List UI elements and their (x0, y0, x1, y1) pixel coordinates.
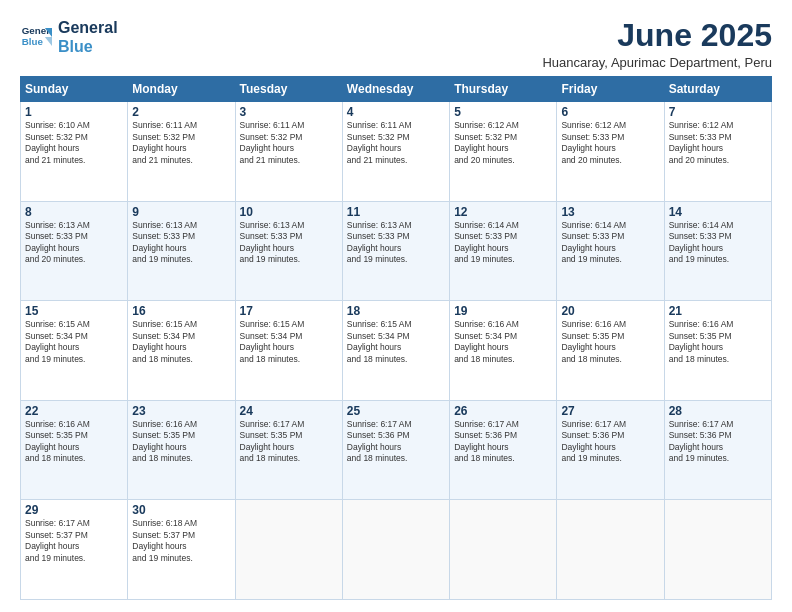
day-number: 7 (669, 105, 767, 119)
calendar-body: 1 Sunrise: 6:10 AMSunset: 5:32 PMDayligh… (21, 102, 772, 600)
logo-text: General Blue (58, 18, 118, 56)
calendar-cell: 21 Sunrise: 6:16 AMSunset: 5:35 PMDaylig… (664, 301, 771, 401)
day-info: Sunrise: 6:10 AMSunset: 5:32 PMDaylight … (25, 120, 123, 166)
day-number: 23 (132, 404, 230, 418)
day-number: 27 (561, 404, 659, 418)
day-info: Sunrise: 6:16 AMSunset: 5:34 PMDaylight … (454, 319, 552, 365)
day-info: Sunrise: 6:11 AMSunset: 5:32 PMDaylight … (347, 120, 445, 166)
week-row-4: 22 Sunrise: 6:16 AMSunset: 5:35 PMDaylig… (21, 400, 772, 500)
calendar-cell: 6 Sunrise: 6:12 AMSunset: 5:33 PMDayligh… (557, 102, 664, 202)
week-row-1: 1 Sunrise: 6:10 AMSunset: 5:32 PMDayligh… (21, 102, 772, 202)
day-info: Sunrise: 6:11 AMSunset: 5:32 PMDaylight … (132, 120, 230, 166)
day-number: 22 (25, 404, 123, 418)
day-info: Sunrise: 6:14 AMSunset: 5:33 PMDaylight … (454, 220, 552, 266)
day-info: Sunrise: 6:13 AMSunset: 5:33 PMDaylight … (240, 220, 338, 266)
calendar-cell: 3 Sunrise: 6:11 AMSunset: 5:32 PMDayligh… (235, 102, 342, 202)
svg-text:Blue: Blue (22, 36, 44, 47)
day-info: Sunrise: 6:15 AMSunset: 5:34 PMDaylight … (25, 319, 123, 365)
weekday-header-wednesday: Wednesday (342, 77, 449, 102)
weekday-header-tuesday: Tuesday (235, 77, 342, 102)
calendar-cell: 16 Sunrise: 6:15 AMSunset: 5:34 PMDaylig… (128, 301, 235, 401)
day-info: Sunrise: 6:11 AMSunset: 5:32 PMDaylight … (240, 120, 338, 166)
day-number: 20 (561, 304, 659, 318)
calendar-cell: 23 Sunrise: 6:16 AMSunset: 5:35 PMDaylig… (128, 400, 235, 500)
day-number: 2 (132, 105, 230, 119)
day-number: 15 (25, 304, 123, 318)
month-title: June 2025 (542, 18, 772, 53)
day-info: Sunrise: 6:16 AMSunset: 5:35 PMDaylight … (132, 419, 230, 465)
day-info: Sunrise: 6:17 AMSunset: 5:36 PMDaylight … (454, 419, 552, 465)
day-info: Sunrise: 6:15 AMSunset: 5:34 PMDaylight … (347, 319, 445, 365)
calendar-table: SundayMondayTuesdayWednesdayThursdayFrid… (20, 76, 772, 600)
calendar-cell (557, 500, 664, 600)
calendar-cell: 30 Sunrise: 6:18 AMSunset: 5:37 PMDaylig… (128, 500, 235, 600)
calendar-cell (342, 500, 449, 600)
day-info: Sunrise: 6:12 AMSunset: 5:32 PMDaylight … (454, 120, 552, 166)
weekday-header-thursday: Thursday (450, 77, 557, 102)
page: General Blue General Blue June 2025 Huan… (0, 0, 792, 612)
day-number: 12 (454, 205, 552, 219)
calendar-cell: 27 Sunrise: 6:17 AMSunset: 5:36 PMDaylig… (557, 400, 664, 500)
day-number: 6 (561, 105, 659, 119)
day-number: 19 (454, 304, 552, 318)
calendar-cell: 29 Sunrise: 6:17 AMSunset: 5:37 PMDaylig… (21, 500, 128, 600)
calendar-cell: 5 Sunrise: 6:12 AMSunset: 5:32 PMDayligh… (450, 102, 557, 202)
day-info: Sunrise: 6:17 AMSunset: 5:36 PMDaylight … (669, 419, 767, 465)
day-number: 11 (347, 205, 445, 219)
day-info: Sunrise: 6:16 AMSunset: 5:35 PMDaylight … (25, 419, 123, 465)
weekday-header-monday: Monday (128, 77, 235, 102)
day-info: Sunrise: 6:17 AMSunset: 5:37 PMDaylight … (25, 518, 123, 564)
day-info: Sunrise: 6:14 AMSunset: 5:33 PMDaylight … (669, 220, 767, 266)
calendar-cell: 22 Sunrise: 6:16 AMSunset: 5:35 PMDaylig… (21, 400, 128, 500)
day-number: 29 (25, 503, 123, 517)
calendar-cell: 4 Sunrise: 6:11 AMSunset: 5:32 PMDayligh… (342, 102, 449, 202)
day-info: Sunrise: 6:18 AMSunset: 5:37 PMDaylight … (132, 518, 230, 564)
calendar-cell: 13 Sunrise: 6:14 AMSunset: 5:33 PMDaylig… (557, 201, 664, 301)
day-info: Sunrise: 6:16 AMSunset: 5:35 PMDaylight … (561, 319, 659, 365)
day-number: 3 (240, 105, 338, 119)
day-info: Sunrise: 6:17 AMSunset: 5:36 PMDaylight … (347, 419, 445, 465)
calendar-cell: 18 Sunrise: 6:15 AMSunset: 5:34 PMDaylig… (342, 301, 449, 401)
day-info: Sunrise: 6:14 AMSunset: 5:33 PMDaylight … (561, 220, 659, 266)
day-number: 9 (132, 205, 230, 219)
day-info: Sunrise: 6:17 AMSunset: 5:35 PMDaylight … (240, 419, 338, 465)
week-row-3: 15 Sunrise: 6:15 AMSunset: 5:34 PMDaylig… (21, 301, 772, 401)
day-number: 21 (669, 304, 767, 318)
calendar-cell: 26 Sunrise: 6:17 AMSunset: 5:36 PMDaylig… (450, 400, 557, 500)
calendar-cell: 24 Sunrise: 6:17 AMSunset: 5:35 PMDaylig… (235, 400, 342, 500)
calendar-cell: 1 Sunrise: 6:10 AMSunset: 5:32 PMDayligh… (21, 102, 128, 202)
day-number: 14 (669, 205, 767, 219)
calendar-cell: 8 Sunrise: 6:13 AMSunset: 5:33 PMDayligh… (21, 201, 128, 301)
weekday-header-sunday: Sunday (21, 77, 128, 102)
calendar-cell: 10 Sunrise: 6:13 AMSunset: 5:33 PMDaylig… (235, 201, 342, 301)
day-number: 8 (25, 205, 123, 219)
day-number: 13 (561, 205, 659, 219)
calendar-cell: 19 Sunrise: 6:16 AMSunset: 5:34 PMDaylig… (450, 301, 557, 401)
day-number: 25 (347, 404, 445, 418)
weekday-row: SundayMondayTuesdayWednesdayThursdayFrid… (21, 77, 772, 102)
day-number: 18 (347, 304, 445, 318)
week-row-2: 8 Sunrise: 6:13 AMSunset: 5:33 PMDayligh… (21, 201, 772, 301)
calendar-cell: 20 Sunrise: 6:16 AMSunset: 5:35 PMDaylig… (557, 301, 664, 401)
week-row-5: 29 Sunrise: 6:17 AMSunset: 5:37 PMDaylig… (21, 500, 772, 600)
header: General Blue General Blue June 2025 Huan… (20, 18, 772, 70)
day-number: 17 (240, 304, 338, 318)
day-info: Sunrise: 6:13 AMSunset: 5:33 PMDaylight … (132, 220, 230, 266)
day-info: Sunrise: 6:15 AMSunset: 5:34 PMDaylight … (132, 319, 230, 365)
day-number: 16 (132, 304, 230, 318)
day-number: 28 (669, 404, 767, 418)
day-info: Sunrise: 6:15 AMSunset: 5:34 PMDaylight … (240, 319, 338, 365)
day-info: Sunrise: 6:16 AMSunset: 5:35 PMDaylight … (669, 319, 767, 365)
calendar-cell (235, 500, 342, 600)
calendar-cell: 28 Sunrise: 6:17 AMSunset: 5:36 PMDaylig… (664, 400, 771, 500)
calendar-cell (664, 500, 771, 600)
day-info: Sunrise: 6:12 AMSunset: 5:33 PMDaylight … (669, 120, 767, 166)
day-number: 5 (454, 105, 552, 119)
weekday-header-friday: Friday (557, 77, 664, 102)
calendar-cell: 25 Sunrise: 6:17 AMSunset: 5:36 PMDaylig… (342, 400, 449, 500)
day-info: Sunrise: 6:12 AMSunset: 5:33 PMDaylight … (561, 120, 659, 166)
day-number: 24 (240, 404, 338, 418)
calendar-cell: 2 Sunrise: 6:11 AMSunset: 5:32 PMDayligh… (128, 102, 235, 202)
calendar-cell: 17 Sunrise: 6:15 AMSunset: 5:34 PMDaylig… (235, 301, 342, 401)
logo: General Blue General Blue (20, 18, 118, 56)
